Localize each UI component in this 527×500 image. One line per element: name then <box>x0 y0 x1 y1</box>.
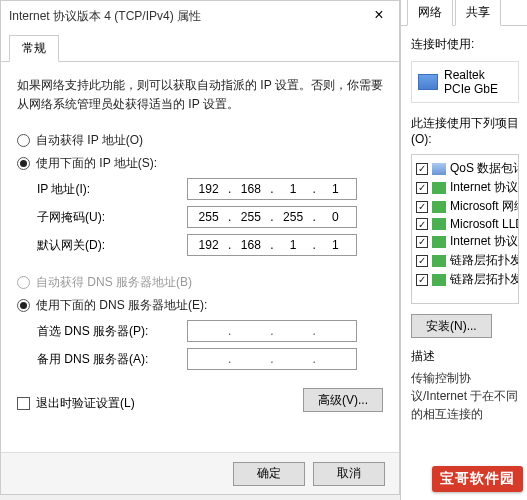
radio-dns-auto-label: 自动获得 DNS 服务器地址(B) <box>36 274 192 291</box>
checkbox-icon[interactable] <box>416 201 428 213</box>
tab-network[interactable]: 网络 <box>407 0 453 26</box>
dialog-title: Internet 协议版本 4 (TCP/IPv4) 属性 <box>9 8 201 25</box>
watermark: 宝哥软件园 <box>432 466 523 492</box>
tab-general[interactable]: 常规 <box>9 35 59 62</box>
list-item: Microsoft 网络适 <box>414 197 516 216</box>
checkbox-icon[interactable] <box>416 218 428 230</box>
dialog-buttons: 确定 取消 <box>1 452 399 494</box>
radio-dns-manual[interactable] <box>17 299 30 312</box>
validate-on-exit-label: 退出时验证设置(L) <box>36 395 135 412</box>
checkbox-icon[interactable] <box>416 255 428 267</box>
alternate-dns-input[interactable]: . . . <box>187 348 357 370</box>
radio-dns-manual-label: 使用下面的 DNS 服务器地址(E): <box>36 297 207 314</box>
subnet-mask-label: 子网掩码(U): <box>37 209 187 226</box>
parent-tabs: 网络 共享 <box>401 0 527 26</box>
nic-icon <box>418 74 438 90</box>
components-list[interactable]: QoS 数据包计划 Internet 协议版本 Microsoft 网络适 Mi… <box>411 154 519 304</box>
ip-address-input[interactable]: 192. 168. 1. 1 <box>187 178 357 200</box>
component-icon <box>432 163 446 175</box>
list-item: QoS 数据包计划 <box>414 159 516 178</box>
list-item: Internet 协议版本 <box>414 178 516 197</box>
help-text: 如果网络支持此功能，则可以获取自动指派的 IP 设置。否则，你需要从网络系统管理… <box>17 76 383 114</box>
description-label: 描述 <box>411 348 519 365</box>
component-icon <box>432 255 446 267</box>
radio-ip-auto-label: 自动获得 IP 地址(O) <box>36 132 143 149</box>
list-item: 链路层拓扑发现响 <box>414 270 516 289</box>
component-icon <box>432 218 446 230</box>
radio-dns-auto <box>17 276 30 289</box>
adapter-name: Realtek PCIe GbE <box>444 68 512 96</box>
validate-on-exit-checkbox[interactable] <box>17 397 30 410</box>
component-icon <box>432 274 446 286</box>
checkbox-icon[interactable] <box>416 163 428 175</box>
ipv4-properties-dialog: Internet 协议版本 4 (TCP/IPv4) 属性 × 常规 如果网络支… <box>0 0 400 495</box>
list-item: 链路层拓扑发现响 <box>414 251 516 270</box>
adapter-box[interactable]: Realtek PCIe GbE <box>411 61 519 103</box>
radio-ip-manual[interactable] <box>17 157 30 170</box>
radio-ip-manual-label: 使用下面的 IP 地址(S): <box>36 155 157 172</box>
alternate-dns-label: 备用 DNS 服务器(A): <box>37 351 187 368</box>
list-item: Microsoft LLDP <box>414 216 516 232</box>
install-button[interactable]: 安装(N)... <box>411 314 492 338</box>
preferred-dns-input[interactable]: . . . <box>187 320 357 342</box>
gateway-label: 默认网关(D): <box>37 237 187 254</box>
advanced-button[interactable]: 高级(V)... <box>303 388 383 412</box>
ip-address-label: IP 地址(I): <box>37 181 187 198</box>
dialog-tabs: 常规 <box>1 31 399 62</box>
component-icon <box>432 182 446 194</box>
titlebar: Internet 协议版本 4 (TCP/IPv4) 属性 × <box>1 1 399 31</box>
tab-share[interactable]: 共享 <box>455 0 501 26</box>
component-icon <box>432 201 446 213</box>
radio-ip-auto[interactable] <box>17 134 30 147</box>
cancel-button[interactable]: 取消 <box>313 462 385 486</box>
component-icon <box>432 236 446 248</box>
subnet-mask-input[interactable]: 255. 255. 255. 0 <box>187 206 357 228</box>
close-icon[interactable]: × <box>359 1 399 31</box>
preferred-dns-label: 首选 DNS 服务器(P): <box>37 323 187 340</box>
ok-button[interactable]: 确定 <box>233 462 305 486</box>
components-list-label: 此连接使用下列项目(O): <box>411 115 519 146</box>
list-item: Internet 协议版本 <box>414 232 516 251</box>
properties-parent-window: 网络 共享 连接时使用: Realtek PCIe GbE 此连接使用下列项目(… <box>400 0 527 500</box>
checkbox-icon[interactable] <box>416 182 428 194</box>
description-text: 传输控制协议/Internet 于在不同的相互连接的 <box>411 369 519 423</box>
checkbox-icon[interactable] <box>416 236 428 248</box>
connect-using-label: 连接时使用: <box>411 36 519 53</box>
checkbox-icon[interactable] <box>416 274 428 286</box>
gateway-input[interactable]: 192. 168. 1. 1 <box>187 234 357 256</box>
